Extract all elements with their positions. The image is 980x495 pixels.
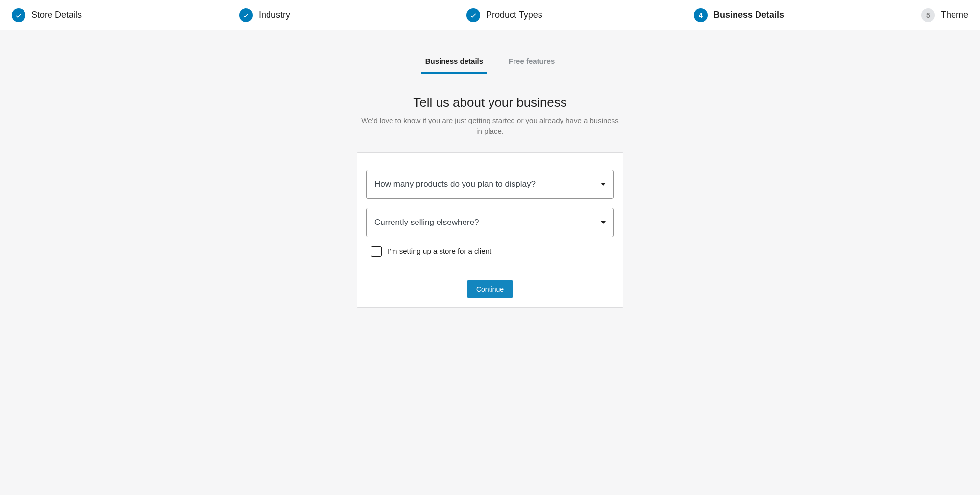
- client-store-checkbox[interactable]: [371, 246, 382, 257]
- client-store-checkbox-row: I'm setting up a store for a client: [366, 246, 614, 257]
- step-divider: [297, 15, 460, 15]
- step-wrap-1: Store Details: [12, 8, 239, 22]
- step-divider: [89, 15, 232, 15]
- checkmark-icon: [466, 8, 480, 22]
- step-divider: [549, 15, 687, 15]
- step-number-icon: 4: [694, 8, 708, 22]
- page-subtitle: We'd love to know if you are just gettin…: [358, 115, 622, 137]
- step-label: Industry: [259, 10, 290, 20]
- tab-business-details[interactable]: Business details: [421, 52, 487, 74]
- tab-free-features[interactable]: Free features: [505, 52, 559, 74]
- step-wrap-5: 5 Theme: [921, 8, 968, 22]
- products-count-select[interactable]: How many products do you plan to display…: [366, 170, 614, 199]
- page-title: Tell us about your business: [413, 95, 567, 110]
- step-store-details[interactable]: Store Details: [12, 8, 82, 22]
- tab-bar: Business details Free features: [421, 52, 559, 74]
- wizard-stepper: Store Details Industry Product Types 4 B…: [0, 0, 980, 30]
- chevron-down-icon: [601, 183, 606, 186]
- select-placeholder: How many products do you plan to display…: [374, 179, 536, 189]
- step-theme[interactable]: 5 Theme: [921, 8, 968, 22]
- step-label: Business Details: [713, 10, 784, 20]
- step-industry[interactable]: Industry: [239, 8, 290, 22]
- business-details-card: How many products do you plan to display…: [357, 152, 623, 308]
- card-footer: Continue: [357, 271, 623, 307]
- step-number-icon: 5: [921, 8, 935, 22]
- chevron-down-icon: [601, 221, 606, 224]
- selling-elsewhere-select[interactable]: Currently selling elsewhere?: [366, 208, 614, 237]
- continue-button[interactable]: Continue: [467, 280, 513, 298]
- step-label: Store Details: [31, 10, 82, 20]
- step-business-details[interactable]: 4 Business Details: [694, 8, 784, 22]
- step-wrap-2: Industry: [239, 8, 466, 22]
- step-divider: [791, 15, 914, 15]
- step-label: Theme: [941, 10, 968, 20]
- step-wrap-3: Product Types: [466, 8, 694, 22]
- step-product-types[interactable]: Product Types: [466, 8, 542, 22]
- main-content: Business details Free features Tell us a…: [0, 30, 980, 308]
- step-label: Product Types: [486, 10, 542, 20]
- card-body: How many products do you plan to display…: [357, 153, 623, 271]
- step-wrap-4: 4 Business Details: [694, 8, 921, 22]
- checkmark-icon: [239, 8, 253, 22]
- checkmark-icon: [12, 8, 25, 22]
- select-placeholder: Currently selling elsewhere?: [374, 218, 479, 227]
- client-store-checkbox-label: I'm setting up a store for a client: [388, 247, 491, 255]
